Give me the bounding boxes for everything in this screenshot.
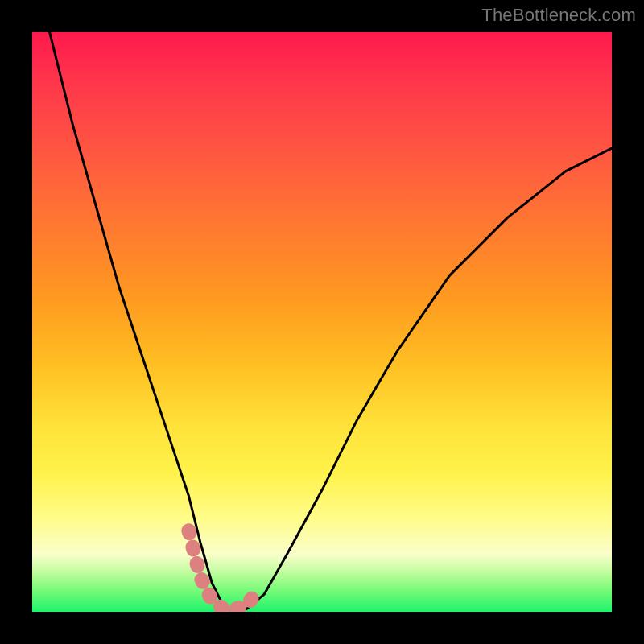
plot-area bbox=[32, 32, 612, 612]
bottleneck-curve-svg bbox=[32, 32, 612, 612]
chart-frame: TheBottleneck.com bbox=[0, 0, 644, 644]
bottleneck-curve bbox=[50, 32, 612, 612]
watermark-text: TheBottleneck.com bbox=[481, 5, 636, 26]
